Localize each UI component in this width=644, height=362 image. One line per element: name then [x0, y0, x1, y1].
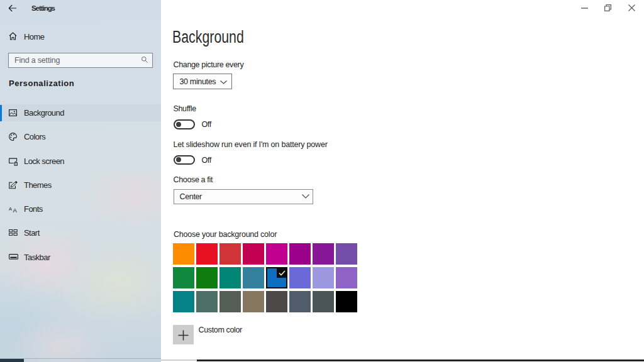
svg-text:A: A: [13, 207, 18, 213]
svg-text:A: A: [9, 206, 12, 212]
